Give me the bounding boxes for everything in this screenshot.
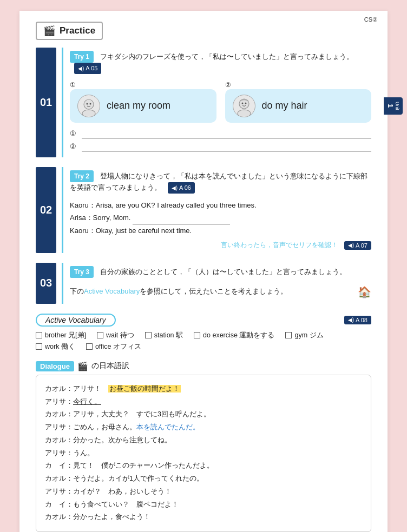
speech-item-2: do my hair <box>225 89 372 123</box>
vocab-checkbox-office[interactable] <box>86 343 93 350</box>
try2-audio[interactable]: A 06 <box>168 182 195 194</box>
practice-title: Practice <box>60 25 95 36</box>
vocab-item-brother: brother 兄[弟] <box>36 331 86 340</box>
jp-line-8: カオル：そうだよ。カイが1人で作ってくれたの。 <box>45 473 362 486</box>
camera-icon: 🎬 <box>77 361 88 371</box>
jp-line-7: カ イ：見て！ 僕がこのチャーハン作ったんだよ。 <box>45 460 362 473</box>
svg-point-2 <box>87 103 88 104</box>
vocab-item-gym: gym ジム <box>285 331 323 340</box>
item1-text: clean my room <box>107 100 170 111</box>
practice-icon: 🎬 <box>43 25 55 37</box>
try2-line-1: Kaoru：Arisa, are you OK? I already calle… <box>70 199 371 211</box>
jp-line-6: アリサ：うん。 <box>45 447 362 460</box>
try1-instruction-row: Try 1 フキダシ内のフレーズを使って，「私は〜していました」と言ってみましょ… <box>70 51 371 74</box>
avatar-1 <box>77 95 100 117</box>
vocab-checkbox-gym[interactable] <box>285 332 292 338</box>
try3-line2: 下のActive Vocabularyを参照にして，伝えたいことを考えましょう。… <box>70 283 371 301</box>
jp-line-10: カ イ：もう食べていい？ 腹ペコだよ！ <box>45 498 362 511</box>
vocab-checkbox-station[interactable] <box>145 332 152 338</box>
speech-item-1-wrapper: ① clean my room <box>70 79 216 123</box>
section-02-content: Try 2 登場人物になりきって，「私は本を読んでいました」という意味になるよう… <box>62 167 371 253</box>
answer-line-2-num: ② <box>70 142 78 150</box>
speech-item-2-wrapper: ② do my hair <box>225 79 372 123</box>
vocab-item-office: office オフィス <box>86 342 141 351</box>
answer-lines: ① ② <box>70 128 371 152</box>
item1-num: ① <box>70 81 76 89</box>
answer-line-1-num: ① <box>70 129 78 137</box>
vocab-item-wait: wait 待つ <box>97 331 134 340</box>
section-02-number: 02 <box>36 167 56 253</box>
unit-tab: Unit 1 <box>384 97 403 115</box>
svg-point-5 <box>238 110 251 116</box>
vocab-audio[interactable]: A 08 <box>344 316 371 324</box>
answer-underline-1[interactable] <box>82 128 371 139</box>
dialogue-label: Dialogue <box>36 361 74 371</box>
dialogue-section: カオル：アリサ！ お昼ご飯の時間だよ！ アリサ：今行く。 カオル：アリサ，大丈夫… <box>36 375 371 532</box>
answer-line-1: ① <box>70 128 371 139</box>
dialogue-suffix: の日本語訳 <box>91 361 129 371</box>
section-03-number: 03 <box>36 263 56 304</box>
vocab-checkbox-work[interactable] <box>36 343 42 350</box>
answer-underline-2[interactable] <box>82 141 371 152</box>
item2-text: do my hair <box>262 100 307 111</box>
try3-label: Try 3 <box>70 266 94 278</box>
svg-point-3 <box>90 103 91 104</box>
jp-line-5: カオル：分かった。次から注意してね。 <box>45 434 362 447</box>
try2-confirm-audio[interactable]: A 07 <box>344 241 371 250</box>
try2-instruction-row: Try 2 登場人物になりきって，「私は本を読んでいました」という意味になるよう… <box>70 170 371 194</box>
try3-text2: 下のActive Vocabularyを参照にして，伝えたいことを考えましょう。 <box>70 286 287 297</box>
home-icon[interactable]: 🏠 <box>358 283 371 301</box>
section-03: 03 Try 3 自分の家族のこととして，「（人）は〜していました」と言ってみま… <box>36 263 371 304</box>
section-01-content: Try 1 フキダシ内のフレーズを使って，「私は〜していました」と言ってみましょ… <box>62 48 371 157</box>
vocab-item-exercise: do exercise 運動をする <box>194 331 274 340</box>
vocab-items: brother 兄[弟] wait 待つ station 駅 do exerci… <box>36 331 371 351</box>
svg-point-6 <box>241 102 243 104</box>
jp-line-11: カオル：分かったよ，食べよう！ <box>45 511 362 524</box>
jp-line-2: アリサ：今行く。 <box>45 396 362 409</box>
vocab-title: Active Vocabulary <box>36 314 116 327</box>
confirm-note: 言い終わったら，音声でセリフを確認！ A 07 <box>70 241 371 250</box>
try3-text1: 自分の家族のこととして，「（人）は〜していました」と言ってみましょう。 <box>100 268 346 276</box>
section-02: 02 Try 2 登場人物になりきって，「私は本を読んでいました」という意味にな… <box>36 167 371 253</box>
main-page: CS② 🎬 Practice 01 Try 1 フキダシ内のフレーズを使って，「… <box>19 11 388 532</box>
highlight-reading: 本を読んでたんだ。 <box>136 423 200 431</box>
svg-point-7 <box>245 102 246 104</box>
item2-num: ② <box>225 81 231 89</box>
dialogue-translation-wrapper: Dialogue 🎬 の日本語訳 カオル：アリサ！ お昼ご飯の時間だよ！ アリサ… <box>36 361 371 532</box>
vocab-checkbox-exercise[interactable] <box>194 332 200 338</box>
answer-line-2: ② <box>70 141 371 152</box>
try3-instruction: Try 3 自分の家族のこととして，「（人）は〜していました」と言ってみましょう… <box>70 266 371 278</box>
vocab-section: Active Vocabulary A 08 brother 兄[弟] wait… <box>36 314 371 351</box>
try2-line-3: Kaoru：Okay, just be careful next time. <box>70 224 371 237</box>
try1-audio[interactable]: A 05 <box>74 63 101 74</box>
avatar-2 <box>233 95 255 117</box>
vocab-item-station: station 駅 <box>145 331 183 340</box>
vocab-checkbox-wait[interactable] <box>97 332 103 338</box>
try2-line-2: Arisa：Sorry, Mom. <box>70 211 371 224</box>
try1-label: Try 1 <box>70 51 94 63</box>
active-vocab-link[interactable]: Active Vocabulary <box>84 287 140 295</box>
vocab-checkbox-brother[interactable] <box>36 332 42 338</box>
cs-label: CS② <box>364 16 378 23</box>
try2-instruction-text: 登場人物になりきって，「私は本を読んでいました」という意味になるように下線部を英… <box>70 172 367 191</box>
section-01-number: 01 <box>36 48 56 157</box>
jp-line-3: カオル：アリサ，大丈夫？ すでに3回も呼んだよ。 <box>45 408 362 421</box>
highlight-lunch: お昼ご飯の時間だよ！ <box>108 385 181 393</box>
arisa-reply: 今行く。 <box>73 398 101 405</box>
jp-line-9: アリサ：カイが？ わあ，おいしそう！ <box>45 486 362 498</box>
vocab-item-work: work 働く <box>36 342 75 351</box>
dialogue-header: Dialogue 🎬 の日本語訳 <box>36 361 371 371</box>
svg-point-0 <box>84 99 94 109</box>
speech-item-1: clean my room <box>70 89 216 123</box>
svg-point-1 <box>82 110 95 116</box>
try2-label: Try 2 <box>70 170 94 182</box>
speech-row: ① clean my room <box>70 79 371 123</box>
section-01: 01 Try 1 フキダシ内のフレーズを使って，「私は〜していました」と言ってみ… <box>36 48 371 157</box>
practice-header: 🎬 Practice <box>36 22 103 40</box>
jp-line-4: アリサ：ごめん，お母さん。本を読んでたんだ。 <box>45 421 362 434</box>
vocab-header-row: Active Vocabulary A 08 <box>36 314 371 327</box>
section-03-content: Try 3 自分の家族のこととして，「（人）は〜していました」と言ってみましょう… <box>62 263 371 304</box>
jp-line-1: カオル：アリサ！ お昼ご飯の時間だよ！ <box>45 383 362 396</box>
try1-instruction-text: フキダシ内のフレーズを使って，「私は〜していました」と言ってみましょう。 <box>100 52 353 61</box>
